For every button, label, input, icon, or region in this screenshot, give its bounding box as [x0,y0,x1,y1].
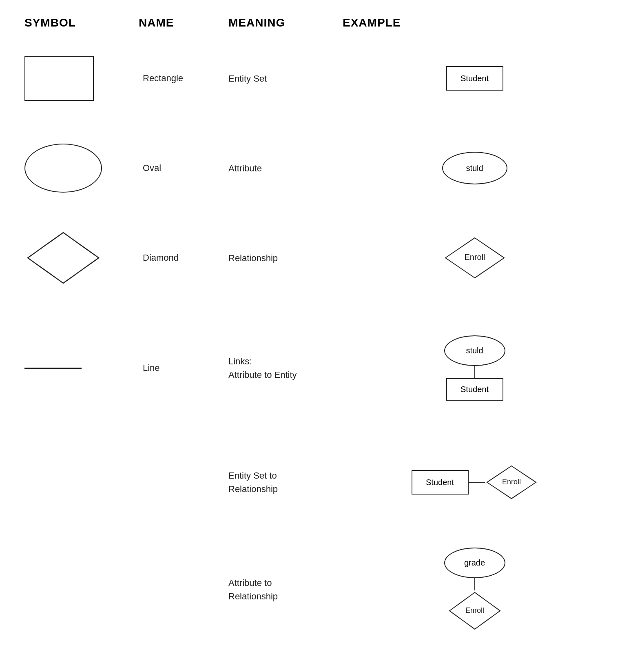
meaning-attr-rel: Attribute to Relationship [228,576,343,603]
meaning-line1: Links: [228,356,252,366]
example-entity-rel-rect: Student [412,470,469,495]
example-entity-rel: Student Enroll [343,464,607,501]
example-line-connector [474,366,475,378]
meaning-entity-rel-line2: Relationship [228,484,278,494]
symbol-oval [24,144,139,193]
meaning-entity-rel: Entity Set to Relationship [228,469,343,496]
example-entity-rel-group: Student Enroll [412,464,538,501]
example-diamond-shape: Enroll [442,235,507,280]
oval-shape [24,144,102,193]
example-line-oval-label: stuld [466,346,483,355]
svg-marker-0 [28,233,99,283]
example-line-rect: Student [446,378,503,401]
example-entity-rel-rect-label: Student [426,478,454,487]
row-diamond: Diamond Relationship Enroll [24,225,607,291]
meaning-diamond: Relationship [228,251,343,265]
example-rectangle-shape: Student [446,66,503,91]
name-oval: Oval [139,163,228,173]
row-entity-rel: Entity Set to Relationship Student Enrol… [24,446,607,519]
header-meaning: MEANING [228,16,343,29]
svg-text:Enroll: Enroll [464,253,485,262]
symbol-diamond [24,229,139,286]
meaning-oval: Attribute [228,162,343,175]
header-symbol: SYMBOL [24,16,139,29]
example-entity-rel-diamond: Enroll [485,464,538,501]
meaning-line: Links: Attribute to Entity [228,355,343,381]
row-rectangle: Rectangle Entity Set Student [24,46,607,111]
rectangle-shape [24,56,94,101]
example-attr-rel-diamond: Enroll [446,590,503,631]
example-oval-label: stuld [466,164,483,173]
row-oval: Oval Attribute stuld [24,135,607,201]
header-example: EXAMPLE [343,16,607,29]
example-attr-rel-connector [474,578,475,590]
header-name: NAME [139,16,228,29]
example-attr-rel-oval-label: grade [464,558,485,568]
diamond-shape [24,229,102,286]
example-rectangle-label: Student [461,74,489,83]
meaning-attr-rel-line1: Attribute to [228,578,272,588]
meaning-line2: Attribute to Entity [228,370,297,380]
name-rectangle: Rectangle [139,73,228,84]
meaning-entity-rel-line1: Entity Set to [228,470,277,481]
example-diamond: Enroll [343,235,607,280]
example-attr-rel: grade Enroll [343,548,607,631]
row-line: Line Links: Attribute to Entity stuld St… [24,315,607,421]
bottom-section: Entity Set to Relationship Student Enrol… [24,446,607,631]
table-header: SYMBOL NAME MEANING EXAMPLE [24,16,607,33]
example-line-group: stuld Student [444,335,505,401]
example-oval-shape: stuld [442,152,507,184]
meaning-rectangle: Entity Set [228,72,343,85]
meaning-attr-rel-line2: Relationship [228,591,278,601]
symbol-rectangle [24,56,139,101]
example-entity-rel-connector [469,482,485,483]
svg-text:Enroll: Enroll [502,478,520,486]
example-attr-rel-oval: grade [444,548,505,578]
name-line: Line [139,363,228,373]
example-line-rect-label: Student [461,385,489,394]
example-attr-rel-group: grade Enroll [444,548,505,631]
name-diamond: Diamond [139,253,228,263]
example-line-oval: stuld [444,335,505,366]
example-rectangle: Student [343,66,607,91]
row-attr-rel: Attribute to Relationship grade Enroll [24,548,607,631]
symbol-line [24,368,139,369]
line-shape [24,368,82,369]
example-line: stuld Student [343,335,607,401]
example-oval: stuld [343,152,607,184]
svg-text:Enroll: Enroll [465,606,484,614]
